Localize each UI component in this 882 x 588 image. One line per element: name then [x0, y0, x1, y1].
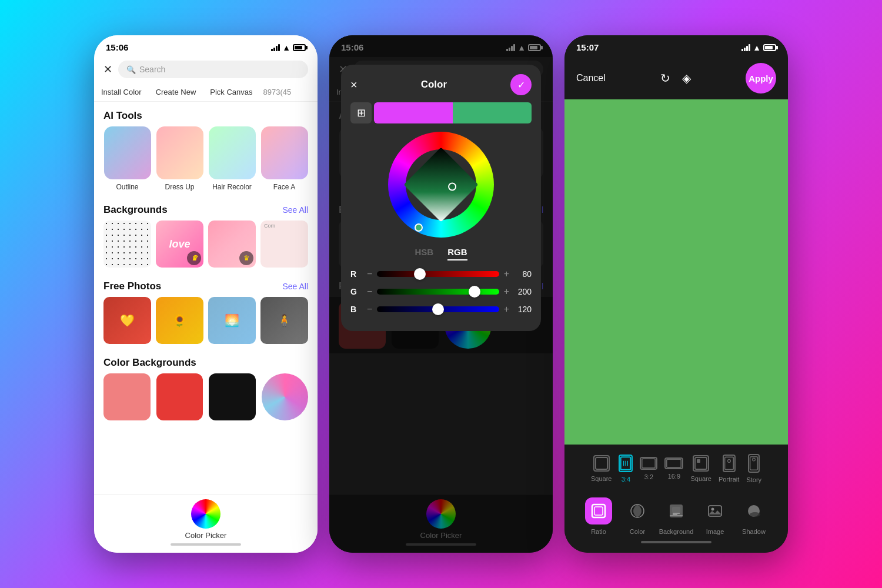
ai-tool-face[interactable]: Face A [260, 126, 308, 191]
r-thumb[interactable] [414, 268, 426, 280]
color-diamond[interactable] [403, 147, 478, 222]
tool-ratio-icon [585, 497, 612, 524]
b-thumb[interactable] [432, 303, 444, 315]
free-photos-see-all[interactable]: See All [282, 282, 308, 291]
signal-icon-1 [271, 44, 280, 51]
backgrounds-header: Backgrounds See All [94, 196, 318, 220]
search-box-1[interactable]: 🔍 Search [118, 61, 308, 78]
modal-confirm-btn[interactable]: ✓ [510, 74, 532, 95]
time-3: 15:07 [576, 42, 599, 52]
b-minus[interactable]: − [367, 304, 372, 315]
ratio-square2-label: Square [690, 475, 711, 482]
close-btn-1[interactable]: ✕ [103, 63, 112, 76]
bg-thumb-3[interactable]: ♛ [208, 220, 256, 268]
ai-tool-dressup[interactable]: Dress Up [156, 126, 203, 191]
ratio-34-item[interactable]: 3:4 [619, 455, 633, 483]
photo-thumb-1[interactable]: 💛 [103, 297, 151, 344]
r-track[interactable] [377, 271, 499, 277]
g-minus[interactable]: − [367, 286, 372, 297]
phone-3: 15:07 ▲ Cancel ↻ ◈ Apply [564, 35, 788, 553]
free-photos-title: Free Photos [103, 280, 161, 292]
wifi-icon-3: ▲ [753, 43, 761, 52]
green-canvas[interactable] [564, 99, 788, 445]
ratio-square2-item[interactable]: Square [690, 455, 711, 482]
color-wheel[interactable] [388, 132, 494, 238]
color-wheel-container[interactable] [350, 132, 532, 238]
home-indicator-1 [171, 543, 241, 546]
r-minus[interactable]: − [367, 269, 372, 279]
search-area-1: ✕ 🔍 Search [94, 57, 318, 82]
wheel-cursor[interactable] [415, 223, 423, 232]
g-label: G [350, 287, 362, 296]
modal-close-btn[interactable]: × [350, 78, 358, 92]
tab-num: 8973(45 [260, 85, 295, 101]
ratio-square-item[interactable]: Square [591, 455, 612, 482]
eraser-icon[interactable]: ◈ [682, 71, 691, 85]
gradient-preview[interactable] [374, 102, 532, 123]
svg-rect-4 [695, 457, 707, 469]
home-indicator-3 [641, 541, 711, 543]
backgrounds-see-all[interactable]: See All [282, 205, 308, 215]
ratio-169-label: 16:9 [668, 473, 680, 480]
r-slider-row: R − + 80 [350, 269, 532, 279]
color-swatch-pink[interactable] [103, 373, 151, 420]
b-label: B [350, 305, 362, 314]
b-plus[interactable]: + [504, 304, 509, 315]
apply-btn[interactable]: Apply [746, 63, 776, 93]
tab-create-new[interactable]: Create New [149, 85, 203, 101]
ai-tool-haircolor[interactable]: Hair Recolor [208, 126, 256, 191]
r-value: 80 [514, 269, 532, 279]
r-plus[interactable]: + [504, 269, 509, 279]
tool-background[interactable]: Background [660, 497, 693, 535]
tab-install-color[interactable]: Install Color [94, 85, 149, 101]
ratio-portrait-item[interactable]: Portrait [719, 455, 739, 483]
tool-shadow[interactable]: Shadow [737, 497, 770, 535]
ai-tool-outline[interactable]: Outline [103, 126, 151, 191]
cancel-btn[interactable]: Cancel [576, 73, 606, 83]
photo-thumb-2[interactable]: 🌻 [156, 297, 203, 344]
tab-rgb[interactable]: RGB [447, 247, 467, 260]
tool-ratio[interactable]: Ratio [582, 497, 615, 535]
color-picker-icon-1[interactable] [191, 499, 220, 529]
g-slider-row: G − + 200 [350, 286, 532, 297]
wifi-icon-1: ▲ [282, 43, 290, 52]
tab-pick-canvas[interactable]: Pick Canvas [203, 85, 259, 101]
status-bar-3: 15:07 ▲ [564, 35, 788, 57]
free-photos-header: Free Photos See All [94, 272, 318, 297]
ratio-portrait-icon [723, 455, 736, 472]
bg-thumb-4[interactable]: Com [260, 220, 308, 268]
ratio-32-item[interactable]: 3:2 [640, 457, 657, 480]
tool-image-icon [701, 497, 729, 524]
photo-thumb-4[interactable]: 🧍 [260, 297, 308, 344]
b-slider-row: B − + 120 [350, 304, 532, 315]
redo-icon[interactable]: ↻ [660, 71, 670, 85]
rgb-sliders: R − + 80 G − + 200 [350, 269, 532, 315]
grid-icon[interactable]: ⊞ [350, 102, 372, 123]
g-track[interactable] [377, 289, 499, 295]
photo-thumb-3[interactable]: 🌅 [208, 297, 256, 344]
tool-shadow-icon [740, 497, 767, 524]
tab-hsb[interactable]: HSB [415, 247, 433, 260]
b-track[interactable] [377, 306, 499, 312]
ratio-32-label: 3:2 [644, 473, 653, 480]
phones-container: 15:06 ▲ ✕ 🔍 Search Install Color [0, 0, 882, 588]
color-picker-wheel-1[interactable] [262, 373, 309, 420]
tool-image[interactable]: Image [699, 497, 731, 535]
ratio-row: Square 3:4 3:2 [570, 454, 782, 488]
battery-icon-1 [293, 44, 306, 51]
color-swatch-black[interactable] [209, 373, 256, 420]
color-swatch-red[interactable] [156, 373, 203, 420]
color-gradient-bar: ⊞ [350, 102, 532, 123]
tool-color[interactable]: Color [621, 497, 654, 535]
bg-thumb-2[interactable]: love ♛ [156, 220, 203, 268]
bottom-panel-3: Square 3:4 3:2 [564, 445, 788, 553]
ratio-169-item[interactable]: 16:9 [664, 457, 683, 480]
color-swatches-1 [94, 373, 318, 420]
g-plus[interactable]: + [504, 286, 509, 297]
diamond-cursor[interactable] [446, 181, 458, 192]
confirm-icon: ✓ [517, 79, 525, 91]
ratio-34-label: 3:4 [622, 476, 630, 483]
ratio-story-item[interactable]: Story [746, 454, 761, 483]
bg-thumb-1[interactable] [103, 220, 151, 268]
g-thumb[interactable] [469, 286, 480, 298]
